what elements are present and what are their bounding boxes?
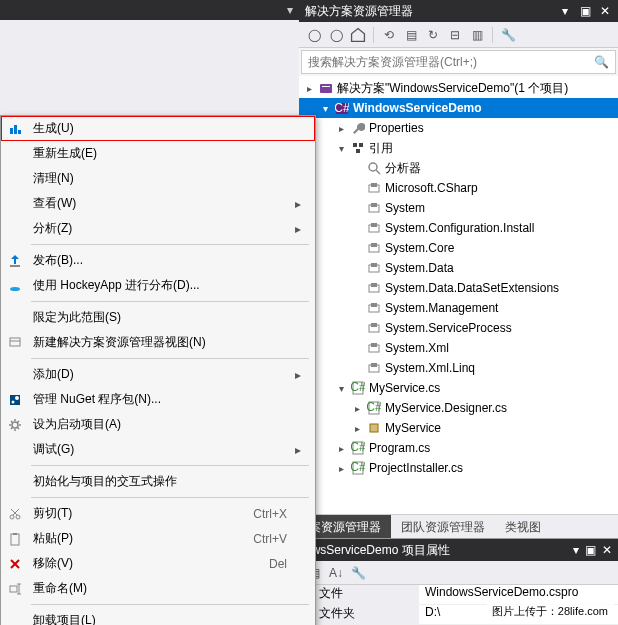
refresh-icon[interactable]: ↻ [424,26,442,44]
tree-node-label: System.Data [385,261,454,275]
expander-icon[interactable]: ▸ [335,443,347,454]
tree-node[interactable]: ▸MyService [299,418,618,438]
tree-node[interactable]: 分析器 [299,158,618,178]
showall-icon[interactable]: ▤ [402,26,420,44]
menu-item-label: 添加(D) [33,366,209,383]
tree-node[interactable]: ▸ProjectInstaller.cs [299,458,618,478]
dropdown-icon[interactable]: ▾ [558,4,572,18]
menu-item[interactable]: 重新生成(E) [1,141,315,166]
prop-key: 文件 [299,585,419,604]
tree-node[interactable]: System.Data [299,258,618,278]
menu-item[interactable]: 粘贴(P)Ctrl+V [1,526,315,551]
menu-item[interactable]: 使用 HockeyApp 进行分布(D)... [1,273,315,298]
home-icon[interactable] [349,26,367,44]
tree-node[interactable]: System.Xml.Linq [299,358,618,378]
ref1-icon [366,280,382,296]
menu-item-label: 设为启动项目(A) [33,416,209,433]
tree-node[interactable]: System.Configuration.Install [299,218,618,238]
tree-node[interactable]: ▸MyService.Designer.cs [299,398,618,418]
prop-toolbar: ▤ A↓ 🔧 [299,561,618,585]
editor-dropdown-icon[interactable]: ▾ [287,3,293,17]
forward-icon[interactable]: ◯ [327,26,345,44]
menu-item-label: 管理 NuGet 程序包(N)... [33,391,209,408]
expander-icon[interactable]: ▸ [335,123,347,134]
menu-shortcut: Ctrl+X [217,507,287,521]
tree-node[interactable]: ▾引用 [299,138,618,158]
close-icon[interactable]: ✕ [602,543,612,557]
ref1-icon [366,360,382,376]
menu-item-label: 重命名(M) [33,580,209,597]
tree-node[interactable]: ▸Program.cs [299,438,618,458]
tree-node-label: System [385,201,425,215]
menu-item[interactable]: 初始化与项目的交互式操作 [1,469,315,494]
collapse-icon[interactable]: ⊟ [446,26,464,44]
menu-item-label: 分析(Z) [33,220,209,237]
tree-node[interactable]: ▸解决方案"WindowsServiceDemo"(1 个项目) [299,78,618,98]
tree-node[interactable]: ▸Properties [299,118,618,138]
sort-icon[interactable]: A↓ [327,564,345,582]
expander-icon[interactable]: ▸ [351,423,363,434]
close-icon[interactable]: ✕ [598,4,612,18]
tree-node-label: 解决方案"WindowsServiceDemo"(1 个项目) [337,80,568,97]
menu-item[interactable]: 重命名(M) [1,576,315,601]
back-icon[interactable]: ◯ [305,26,323,44]
blank-icon [5,365,25,385]
menu-item[interactable]: 查看(W)▸ [1,191,315,216]
tree-node[interactable]: Microsoft.CSharp [299,178,618,198]
newview-icon [5,333,25,353]
menu-item[interactable]: 设为启动项目(A) [1,412,315,437]
search-input[interactable] [308,55,594,69]
properties-icon[interactable]: ▥ [468,26,486,44]
tree-node[interactable]: System.Management [299,298,618,318]
tree-node[interactable]: System [299,198,618,218]
tree-node[interactable]: System.Core [299,238,618,258]
menu-item[interactable]: 分析(Z)▸ [1,216,315,241]
expander-icon[interactable]: ▾ [319,103,331,114]
expander-icon[interactable]: ▸ [351,403,363,414]
pin-icon[interactable]: ▣ [585,543,596,557]
tree-node[interactable]: ▾WindowsServiceDemo [299,98,618,118]
menu-item[interactable]: 调试(G)▸ [1,437,315,462]
menu-item[interactable]: 管理 NuGet 程序包(N)... [1,387,315,412]
tree-node[interactable]: System.ServiceProcess [299,318,618,338]
prop-title: owsServiceDemo 项目属性 [305,542,567,559]
menu-item-label: 查看(W) [33,195,209,212]
sync-icon[interactable]: ⟲ [380,26,398,44]
tree-node[interactable]: System.Data.DataSetExtensions [299,278,618,298]
menu-item[interactable]: 添加(D)▸ [1,362,315,387]
wrench-icon[interactable]: 🔧 [499,26,517,44]
tree-node-label: 分析器 [385,160,421,177]
tree-node[interactable]: System.Xml [299,338,618,358]
tree-node-label: MyService.cs [369,381,440,395]
menu-item[interactable]: 剪切(T)Ctrl+X [1,501,315,526]
tree-node[interactable]: ▾MyService.cs [299,378,618,398]
expander-icon[interactable]: ▸ [303,83,315,94]
dropdown-icon[interactable]: ▾ [573,543,579,557]
expander-icon[interactable]: ▾ [335,383,347,394]
tab-team-explorer[interactable]: 团队资源管理器 [391,515,495,538]
ref1-icon [366,340,382,356]
tree-node-label: MyService.Designer.cs [385,401,507,415]
tab-class-view[interactable]: 类视图 [495,515,551,538]
menu-item[interactable]: 限定为此范围(S) [1,305,315,330]
expander-icon[interactable]: ▸ [335,463,347,474]
cut-icon [5,504,25,524]
solution-tree[interactable]: ▸解决方案"WindowsServiceDemo"(1 个项目)▾Windows… [299,76,618,514]
search-icon[interactable]: 🔍 [594,55,609,69]
pin-icon[interactable]: ▣ [578,4,592,18]
se-search[interactable]: 🔍 [301,50,616,74]
menu-item-label: 生成(U) [33,120,209,137]
wrench-icon [350,120,366,136]
menu-item[interactable]: 发布(B)... [1,248,315,273]
wrench-icon[interactable]: 🔧 [349,564,367,582]
menu-item[interactable]: 移除(V)Del [1,551,315,576]
menu-item[interactable]: 卸载项目(L) [1,608,315,625]
tree-node-label: System.Management [385,301,498,315]
cls-icon [366,420,382,436]
blank-icon [5,472,25,492]
expander-icon[interactable]: ▾ [335,143,347,154]
menu-item[interactable]: 清理(N) [1,166,315,191]
menu-item[interactable]: 生成(U) [1,116,315,141]
menu-item[interactable]: 新建解决方案资源管理器视图(N) [1,330,315,355]
menu-separator [31,604,309,605]
